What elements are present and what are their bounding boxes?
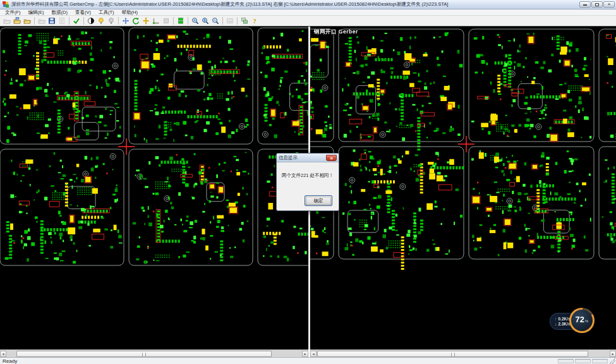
layer-on-button[interactable] — [96, 16, 106, 26]
move-icon — [122, 17, 130, 25]
tile-windows-button[interactable] — [239, 16, 250, 26]
bulb-on-icon — [97, 17, 105, 25]
title-bar: 深圳市兴华烨科技有限公司 GerberCmp - 左侧[C:\Users\Adm… — [0, 0, 616, 9]
minimize-icon — [583, 4, 587, 6]
close-button[interactable]: × — [603, 1, 615, 8]
menu-item-view[interactable]: 查看(V) — [71, 9, 95, 16]
scroll-right-arrow-icon[interactable]: ▸ — [610, 351, 616, 357]
svg-text:?: ? — [253, 17, 257, 25]
toolbar-separator — [188, 17, 188, 25]
toolbar: ? — [0, 16, 616, 27]
performance-percent: 72 — [576, 315, 584, 324]
close-icon: × — [604, 1, 614, 8]
dialog-close-button[interactable]: × — [326, 155, 337, 161]
toolbar-separator — [118, 17, 119, 25]
import-file-button — [37, 16, 47, 26]
zoom-in-button[interactable] — [190, 16, 200, 26]
pan-view-button[interactable] — [121, 16, 131, 26]
image-icon — [226, 17, 234, 25]
check-icon — [73, 17, 80, 25]
corner-icon — [152, 17, 160, 25]
contrast-icon — [87, 17, 95, 25]
layers-icon — [177, 17, 184, 25]
zoom-in-icon — [191, 17, 199, 25]
restore-button[interactable] — [591, 1, 603, 8]
menu-item-help[interactable]: 帮助(H) — [118, 9, 142, 16]
zoom-out-button[interactable] — [210, 16, 220, 26]
resize-grip[interactable] — [609, 358, 615, 364]
stop-icon — [162, 17, 170, 25]
left-scrollbar-thumb[interactable] — [16, 351, 272, 357]
minimize-button[interactable] — [579, 1, 591, 8]
dialog-body: 两个文件221 处不相同！ 确定 — [277, 162, 339, 211]
download-speed: 2.3K/s — [559, 322, 571, 326]
dialog-title: 信息提示 — [279, 155, 326, 161]
stop-compare-button — [161, 16, 171, 26]
status-pane — [558, 359, 574, 363]
open-both-files-button — [2, 16, 12, 26]
send-icon — [58, 17, 66, 25]
show-differences-button[interactable] — [176, 16, 186, 26]
toolbar-separator — [83, 17, 84, 25]
folder-open-blue-icon — [13, 17, 21, 25]
status-bar: Ready — [0, 357, 616, 364]
scrollbar-grip-icon — [451, 353, 455, 356]
mirror-view-button[interactable] — [141, 16, 151, 26]
help-button[interactable]: ? — [250, 16, 260, 26]
folder-open-icon — [23, 17, 31, 25]
right-scrollbar-thumb[interactable] — [317, 351, 588, 357]
right-pcb-canvas[interactable] — [310, 27, 616, 349]
toolbar-separator — [173, 17, 174, 25]
scrollbar-row: ◂ ▸ ◂ ▸ — [0, 349, 616, 357]
zoom-pan-button[interactable] — [200, 16, 210, 26]
layer-off-button[interactable] — [106, 16, 116, 26]
menu-item-file[interactable]: 文件(F) — [1, 9, 25, 16]
rotate-view-button[interactable] — [131, 16, 141, 26]
toolbar-separator — [69, 17, 69, 25]
toolbar-separator — [222, 17, 223, 25]
right-gerber-panel[interactable]: 钢网开口 Gerber — [310, 27, 616, 349]
performance-percent-unit: % — [585, 319, 588, 323]
dialog-ok-button[interactable]: 确定 — [305, 195, 332, 206]
net-speed-widget[interactable]: ↑ 0.2K/s ↓ 2.3K/s 72 % — [550, 308, 595, 335]
performance-ball-face: 72 % — [571, 310, 593, 331]
open-right-file-button[interactable] — [22, 16, 32, 26]
menu-bar: 文件(F)编辑(E)数据(D)查看(V)工具(T)帮助(H) — [0, 9, 616, 16]
gerber-layer-label: 钢网开口 Gerber — [314, 28, 358, 36]
menu-item-tools[interactable]: 工具(T) — [95, 9, 118, 16]
folder-open-icon — [38, 17, 45, 25]
scroll-right-arrow-icon[interactable]: ▸ — [302, 351, 308, 357]
app-icon — [3, 1, 9, 8]
save-file-button[interactable] — [47, 16, 57, 26]
invert-display-button[interactable] — [86, 16, 96, 26]
zoom-out-icon — [212, 17, 219, 25]
mirror-icon — [142, 17, 150, 25]
left-horizontal-scrollbar[interactable]: ◂ ▸ — [0, 349, 308, 357]
menu-item-data[interactable]: 数据(D) — [48, 9, 71, 16]
menu-item-edit[interactable]: 编辑(E) — [25, 9, 48, 16]
toolbar-separator — [34, 17, 35, 25]
status-pane — [592, 359, 608, 363]
compare-files-button[interactable] — [71, 16, 82, 26]
open-left-file-button[interactable] — [12, 16, 22, 26]
download-arrow-icon: ↓ — [555, 322, 557, 326]
dialog-title-bar[interactable]: 信息提示 × — [277, 154, 339, 162]
upload-speed: 0.2K/s — [559, 317, 571, 321]
folder-open-icon — [3, 17, 11, 25]
scrollbar-grip-icon — [142, 353, 146, 356]
dialog-message: 两个文件221 处不相同！ — [282, 173, 334, 179]
right-horizontal-scrollbar[interactable]: ◂ ▸ — [310, 349, 616, 357]
performance-ball[interactable]: 72 % — [569, 308, 595, 333]
scroll-left-arrow-icon[interactable]: ◂ — [310, 351, 317, 357]
left-gerber-panel[interactable] — [0, 27, 308, 349]
align-origin-button[interactable] — [151, 16, 161, 26]
scroll-left-arrow-icon[interactable]: ◂ — [0, 351, 6, 357]
left-pcb-canvas[interactable] — [0, 27, 308, 349]
toolbar-separator — [237, 17, 238, 25]
question-icon: ? — [251, 17, 258, 25]
restore-icon — [595, 3, 599, 6]
status-text: Ready — [0, 358, 558, 364]
status-pane — [575, 359, 591, 363]
export-file-button — [57, 16, 67, 26]
zoom-fit-icon — [202, 17, 209, 25]
